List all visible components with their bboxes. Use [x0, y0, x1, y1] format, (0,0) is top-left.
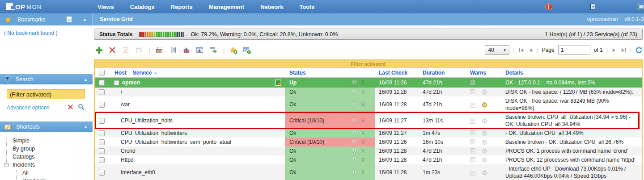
- clear-filter-icon[interactable]: [68, 104, 73, 111]
- row-checkbox[interactable]: [99, 139, 105, 145]
- service-name[interactable]: /: [121, 89, 122, 95]
- window-export-icon[interactable]: [208, 45, 218, 55]
- info-icon[interactable]: [352, 169, 357, 176]
- service-name[interactable]: Interface_eth0: [121, 169, 155, 176]
- collapse-arrow-icon[interactable]: ▲: [84, 77, 88, 82]
- service-name[interactable]: /var: [121, 101, 130, 108]
- fullscreen-icon[interactable]: [637, 3, 644, 12]
- window-chart-icon[interactable]: [195, 45, 205, 55]
- menu-item-catalogs[interactable]: Catalogs: [130, 4, 155, 10]
- chart-icon[interactable]: [182, 45, 191, 55]
- row-checkbox[interactable]: [99, 89, 105, 95]
- column-header-last-check[interactable]: Last Check: [375, 70, 419, 76]
- warn-log-icon[interactable]: [470, 130, 475, 136]
- page-size-select[interactable]: 40 ▼: [485, 45, 509, 55]
- sidebar-item-incidents[interactable]: Incidents: [4, 161, 93, 169]
- shortcuts-panel-header[interactable]: Shortcuts ▲: [0, 121, 93, 132]
- table-row[interactable]: Interface_eth0Ok16/09 11:281m 23s⚙- Inte…: [95, 164, 642, 180]
- help-icon[interactable]: ?: [589, 3, 597, 12]
- collapse-host-icon[interactable]: [114, 80, 119, 85]
- warn-gear-icon[interactable]: ⚙: [482, 139, 487, 145]
- table-row[interactable]: /Ok16/09 11:2847d 21h⚙DISK OK - free spa…: [95, 88, 642, 96]
- search-magnifier-icon[interactable]: [77, 103, 85, 112]
- table-row[interactable]: CPU_Utilization_holtwintersOk16/09 11:27…: [95, 129, 642, 138]
- table-row[interactable]: /varOk16/09 11:2847d 21h⚙DISK OK - free …: [95, 96, 642, 113]
- advanced-options-link[interactable]: Advanced options: [7, 105, 49, 111]
- bookmarks-panel-header[interactable]: Bookmarks ▲: [0, 13, 93, 25]
- host-row[interactable]: opmonUp16/09 11:2647d 21h⚙OK - 127.0.0.1…: [95, 78, 642, 88]
- row-checkbox[interactable]: [99, 170, 105, 176]
- acknowledge-icon[interactable]: [360, 147, 366, 155]
- collapse-arrow-icon[interactable]: ▲: [83, 17, 87, 22]
- info-icon[interactable]: [352, 101, 357, 108]
- sidebar-item-pendings[interactable]: Pendings: [4, 177, 93, 180]
- column-header-warns[interactable]: Warns: [464, 70, 502, 76]
- info-icon[interactable]: [352, 130, 357, 137]
- add-icon[interactable]: [94, 45, 104, 55]
- last-page-button[interactable]: [621, 47, 627, 53]
- acknowledge-icon[interactable]: [360, 117, 366, 124]
- warn-gear-icon[interactable]: ⚙: [482, 170, 487, 176]
- row-checkbox[interactable]: [99, 157, 105, 163]
- sidebar-item-all[interactable]: All: [4, 169, 93, 177]
- acknowledge-icon[interactable]: [360, 101, 366, 108]
- delete-icon[interactable]: [107, 45, 117, 55]
- info-icon[interactable]: [352, 138, 357, 146]
- column-header-host[interactable]: Host: [114, 70, 127, 76]
- menu-item-tools[interactable]: Tools: [299, 4, 314, 10]
- bookmark-list-icon[interactable]: [66, 16, 72, 23]
- alert-icon[interactable]: [545, 3, 553, 12]
- warn-gear-icon[interactable]: ⚙: [482, 157, 487, 163]
- acknowledge-icon[interactable]: [360, 169, 366, 176]
- warn-gear-icon[interactable]: ⚙: [482, 89, 487, 95]
- username[interactable]: opmonadmin: [587, 16, 618, 22]
- menu-item-reports[interactable]: Reports: [171, 4, 193, 10]
- opmon-logo[interactable]: OP MON: [6, 3, 93, 11]
- row-checkbox[interactable]: [99, 130, 105, 136]
- warn-log-icon[interactable]: [470, 170, 475, 176]
- acknowledge-icon[interactable]: [360, 156, 366, 163]
- open-window-add-icon[interactable]: [242, 45, 252, 55]
- info-icon[interactable]: [352, 88, 357, 96]
- warn-gear-icon[interactable]: ⚙: [482, 102, 487, 108]
- export-pdf-icon[interactable]: PDF: [155, 45, 165, 55]
- previous-page-button[interactable]: [528, 47, 534, 53]
- info-icon[interactable]: [352, 156, 357, 163]
- collapse-arrow-icon[interactable]: ▲: [84, 125, 88, 129]
- warn-log-icon[interactable]: [470, 139, 475, 145]
- info-icon[interactable]: [352, 117, 357, 124]
- table-row[interactable]: CPU_Utilization_holtwinters_sem_ponto_at…: [95, 138, 642, 147]
- warn-gear-icon[interactable]: ⚙: [482, 148, 487, 154]
- menu-item-management[interactable]: Management: [209, 4, 244, 10]
- refresh-icon[interactable]: [635, 46, 643, 54]
- search-input[interactable]: [7, 89, 85, 99]
- column-header-duration[interactable]: Duration: [419, 70, 464, 76]
- warn-log-icon[interactable]: [470, 148, 475, 154]
- acknowledge-icon[interactable]: [360, 138, 366, 146]
- warn-log-icon[interactable]: [470, 118, 475, 124]
- first-page-button[interactable]: [518, 47, 524, 53]
- acknowledge-icon[interactable]: [360, 130, 366, 137]
- warn-log-icon[interactable]: [470, 157, 475, 163]
- acknowledge-icon[interactable]: [360, 79, 366, 86]
- service-name[interactable]: Httpd: [121, 157, 134, 163]
- warn-log-icon[interactable]: [470, 80, 475, 86]
- sidebar-item-by-group[interactable]: By group: [4, 145, 93, 153]
- tree-collapse-icon[interactable]: [4, 163, 8, 167]
- sidebar-item-catalogs[interactable]: Catalogs: [4, 153, 93, 161]
- service-name[interactable]: CPU_Utilization_holtwinters_sem_ponto_at…: [121, 139, 231, 145]
- table-row[interactable]: CPU_Utilization_holtsCritical (10/10)16/…: [95, 113, 642, 129]
- acknowledge-icon[interactable]: [360, 88, 366, 96]
- page-number-input[interactable]: [558, 46, 590, 54]
- column-header-details[interactable]: Details: [502, 68, 642, 77]
- table-row[interactable]: HttpdOk16/09 11:2847d 21h⚙PROCS OK: 12 p…: [95, 155, 642, 164]
- service-name[interactable]: Crond: [121, 148, 136, 154]
- service-name[interactable]: CPU_Utilization_holtwinters: [121, 130, 187, 136]
- row-checkbox[interactable]: [99, 80, 105, 86]
- service-name[interactable]: CPU_Utilization_holts: [121, 117, 173, 124]
- host-name[interactable]: opmon: [122, 80, 140, 86]
- column-header-service[interactable]: Service▲: [133, 70, 158, 76]
- row-checkbox[interactable]: [99, 118, 105, 124]
- warn-log-icon[interactable]: [470, 89, 475, 95]
- warn-gear-icon[interactable]: ⚙: [482, 130, 487, 136]
